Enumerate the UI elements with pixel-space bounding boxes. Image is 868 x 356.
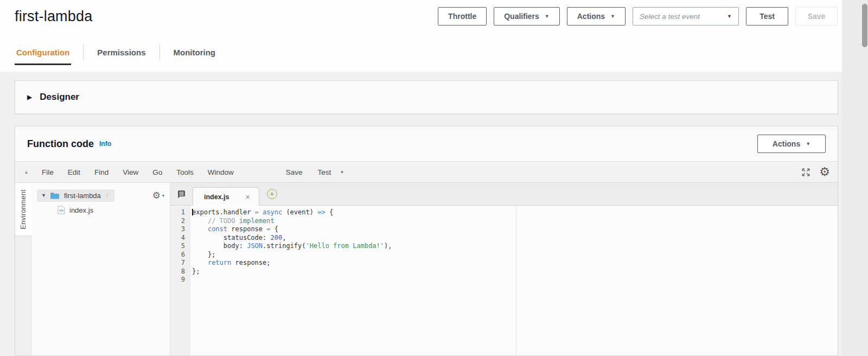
code-line[interactable] bbox=[192, 276, 838, 284]
code-editor-content[interactable]: exports.handler = async (event) => { // … bbox=[190, 206, 838, 355]
function-code-actions-button[interactable]: Actions ▼ bbox=[757, 135, 826, 153]
code-token: response bbox=[227, 225, 266, 233]
tree-file-item[interactable]: <> index.js bbox=[31, 203, 170, 217]
file-tree: ▼ first-lambda / ⚙ ▾ bbox=[31, 183, 170, 355]
line-number[interactable]: 2 bbox=[170, 217, 185, 226]
line-number[interactable]: 6 bbox=[170, 251, 185, 259]
menu-tools[interactable]: Tools bbox=[176, 168, 194, 176]
test-event-select[interactable]: Select a test event ▼ bbox=[633, 7, 739, 26]
qualifiers-button[interactable]: Qualifiers ▼ bbox=[494, 7, 560, 26]
code-line[interactable]: exports.handler = async (event) => { bbox=[192, 208, 838, 217]
menu-edit[interactable]: Edit bbox=[68, 168, 80, 176]
page-title: first-lambda bbox=[15, 8, 92, 25]
caret-down-icon: ▾ bbox=[162, 193, 164, 198]
function-code-title: Function code bbox=[27, 138, 94, 150]
editor-settings-gear-icon[interactable]: ⚙ bbox=[819, 166, 830, 178]
code-token: (event) bbox=[282, 208, 317, 216]
line-number[interactable]: 7 bbox=[170, 259, 185, 268]
editor-test-menu[interactable]: Test bbox=[318, 168, 331, 176]
tree-settings-button[interactable]: ⚙ ▾ bbox=[152, 191, 164, 200]
menu-find[interactable]: Find bbox=[94, 168, 108, 176]
code-line[interactable]: statusCode: 200, bbox=[192, 234, 838, 243]
menu-go[interactable]: Go bbox=[152, 168, 162, 176]
tab-configuration[interactable]: Configuration bbox=[15, 33, 71, 72]
environment-tab[interactable]: Environment bbox=[15, 183, 31, 236]
tree-folder-name: first-lambda bbox=[64, 192, 101, 200]
menubar-icons: ⚙ bbox=[801, 166, 830, 178]
line-number[interactable]: 8 bbox=[170, 268, 185, 276]
line-number[interactable]: 5 bbox=[170, 242, 185, 251]
editor-menubar: ▲ FileEditFindViewGoToolsWindow Save Tes… bbox=[15, 161, 838, 183]
test-event-placeholder: Select a test event bbox=[640, 12, 700, 21]
page-header: first-lambda Throttle Qualifiers ▼ Actio… bbox=[0, 0, 842, 33]
code-token: { bbox=[275, 225, 278, 233]
info-link[interactable]: Info bbox=[99, 140, 111, 148]
content-area: ▶ Designer Function code Info Actions ▼ … bbox=[0, 72, 842, 356]
line-number[interactable]: 4 bbox=[170, 234, 185, 243]
svg-text:<>: <> bbox=[59, 208, 63, 213]
code-line[interactable]: body: JSON.stringify('Hello from Lambda!… bbox=[192, 242, 838, 251]
code-line[interactable]: }; bbox=[192, 268, 838, 276]
main-area: first-lambda Throttle Qualifiers ▼ Actio… bbox=[0, 0, 842, 356]
actions-button[interactable]: Actions ▼ bbox=[567, 7, 626, 26]
code-line[interactable]: // TODO implement bbox=[192, 217, 838, 226]
code-token bbox=[192, 259, 208, 266]
expand-arrow-icon[interactable]: ▶ bbox=[27, 93, 32, 101]
editor-tab-indexjs[interactable]: index.js × bbox=[193, 187, 259, 206]
code-token: 200 bbox=[271, 234, 283, 241]
designer-title: Designer bbox=[40, 92, 79, 103]
code-token bbox=[192, 225, 208, 233]
menu-view[interactable]: View bbox=[123, 168, 138, 176]
code-line[interactable]: const response = { bbox=[192, 225, 838, 234]
code-token: const bbox=[208, 225, 227, 233]
caret-down-icon: ▼ bbox=[545, 14, 550, 19]
test-button[interactable]: Test bbox=[746, 7, 788, 26]
page-scrollbar-thumb[interactable] bbox=[862, 4, 867, 47]
code-token: .stringify( bbox=[263, 242, 305, 250]
page-scrollbar-track[interactable] bbox=[842, 0, 868, 356]
code-token: statusCode: bbox=[192, 234, 271, 241]
fullscreen-icon[interactable] bbox=[801, 167, 811, 177]
code-token: = bbox=[266, 225, 274, 233]
code-token bbox=[192, 217, 208, 225]
line-number[interactable]: 9 bbox=[170, 276, 185, 284]
menu-window[interactable]: Window bbox=[208, 168, 234, 176]
tab-divider bbox=[83, 44, 84, 60]
code-token: 'Hello from Lambda!' bbox=[306, 242, 385, 250]
tree-file-name: index.js bbox=[69, 206, 93, 214]
tab-permissions[interactable]: Permissions bbox=[95, 33, 147, 72]
test-options-caret-icon[interactable]: ▾ bbox=[341, 169, 343, 175]
tab-list-icon[interactable] bbox=[177, 190, 186, 198]
environment-strip: Environment bbox=[15, 183, 31, 355]
line-number-gutter[interactable]: 123456789 bbox=[170, 206, 190, 355]
new-tab-button[interactable]: + bbox=[267, 189, 277, 199]
code-area: 123456789 exports.handler = async (event… bbox=[170, 206, 838, 355]
code-token: body: bbox=[192, 242, 247, 250]
code-line[interactable]: }; bbox=[192, 251, 838, 259]
code-line[interactable]: return response; bbox=[192, 259, 838, 268]
tree-path-suffix: / bbox=[106, 192, 108, 199]
code-token: exports.handler bbox=[192, 208, 255, 216]
designer-section[interactable]: ▶ Designer bbox=[15, 80, 838, 114]
code-token: ), bbox=[384, 242, 392, 250]
tree-row: ▼ first-lambda / ⚙ ▾ bbox=[37, 188, 164, 203]
tab-close-icon[interactable]: × bbox=[246, 193, 250, 201]
tree-folder-item[interactable]: ▼ first-lambda / bbox=[37, 189, 114, 202]
js-file-icon: <> bbox=[58, 206, 65, 214]
code-token: = bbox=[255, 208, 263, 216]
tab-bar: ConfigurationPermissionsMonitoring bbox=[0, 33, 842, 72]
header-buttons: Throttle Qualifiers ▼ Actions ▼ Select a… bbox=[438, 7, 838, 26]
collapse-editor-icon[interactable]: ▲ bbox=[24, 169, 29, 175]
line-number[interactable]: 1 bbox=[170, 208, 185, 217]
save-button[interactable]: Save bbox=[795, 7, 838, 26]
function-code-section: Function code Info Actions ▼ ▲ FileEditF… bbox=[15, 126, 838, 356]
function-code-header: Function code Info Actions ▼ bbox=[15, 126, 838, 161]
tree-gear-icon: ⚙ bbox=[152, 191, 161, 200]
throttle-button[interactable]: Throttle bbox=[438, 7, 487, 26]
editor-save-menu[interactable]: Save bbox=[286, 168, 303, 176]
tree-expand-caret-icon[interactable]: ▼ bbox=[41, 193, 46, 198]
line-number[interactable]: 3 bbox=[170, 225, 185, 234]
menu-file[interactable]: File bbox=[42, 168, 54, 176]
caret-down-icon: ▼ bbox=[610, 14, 615, 19]
tab-monitoring[interactable]: Monitoring bbox=[172, 33, 217, 72]
